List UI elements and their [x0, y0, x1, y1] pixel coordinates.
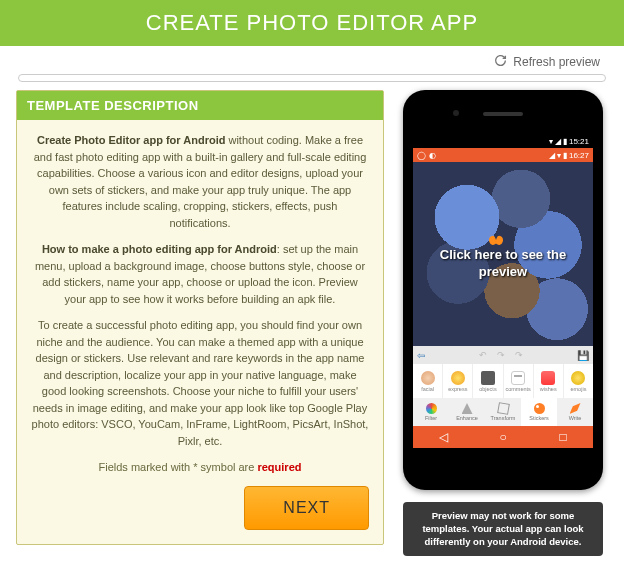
nav-recent-icon[interactable]: □: [556, 430, 570, 444]
app-status-bar: ◯ ◐ ◢ ▾ ▮ 16:27: [413, 148, 593, 162]
comments-icon: [511, 371, 525, 385]
tool-filter[interactable]: Filter: [413, 398, 449, 426]
sticker-category-wishes[interactable]: wishes: [534, 364, 564, 398]
sticker-category-objects[interactable]: objects: [473, 364, 503, 398]
next-button[interactable]: NEXT: [244, 486, 369, 530]
template-description-panel: TEMPLATE DESCRIPTION Create Photo Editor…: [16, 90, 384, 545]
refresh-row: Refresh preview: [0, 46, 624, 74]
category-label: emojis: [570, 386, 586, 392]
tool-stickers[interactable]: Stickers: [521, 398, 557, 426]
tool-label: Enhance: [456, 415, 478, 421]
preview-disclaimer: Preview may not work for some templates.…: [403, 502, 603, 556]
status-time: 15:21: [569, 137, 589, 146]
sticker-category-express[interactable]: express: [443, 364, 473, 398]
undo-icon[interactable]: ↶: [479, 350, 487, 360]
filter-icon: [426, 403, 437, 414]
stickers-icon: [534, 403, 545, 414]
redo-icon[interactable]: ↷: [497, 350, 505, 360]
sticker-category-facial[interactable]: facial: [413, 364, 443, 398]
butterfly-sticker-icon: [489, 236, 503, 246]
refresh-preview-link[interactable]: Refresh preview: [513, 55, 600, 69]
android-nav-bar: ◁ ○ □: [413, 426, 593, 448]
required-note: Fields marked with * symbol are required: [31, 459, 369, 476]
undo-redo-toolbar: ⇦ ↶ ↷ ↷ 💾: [413, 346, 593, 364]
transform-icon: [497, 402, 510, 415]
phone-screen: ▾ ◢ ▮ 15:21 ◯ ◐ ◢ ▾ ▮ 16:27: [413, 134, 593, 448]
refresh-icon[interactable]: [494, 54, 507, 70]
battery-icon: ▮: [563, 137, 567, 146]
tool-transform[interactable]: Transform: [485, 398, 521, 426]
preview-click-overlay[interactable]: Click here to see the preview: [413, 247, 593, 281]
emojis-icon: [571, 371, 585, 385]
wifi-icon: ▾: [557, 151, 561, 160]
progress-bar: [18, 74, 606, 82]
nav-back-icon[interactable]: ◁: [436, 430, 450, 444]
panel-title: TEMPLATE DESCRIPTION: [17, 91, 383, 120]
category-label: facial: [421, 386, 434, 392]
enhance-icon: [462, 403, 473, 414]
category-label: wishes: [540, 386, 557, 392]
phone-speaker: [483, 112, 523, 116]
page-header: CREATE PHOTO EDITOR APP: [0, 0, 624, 46]
app-status-icon: ◐: [429, 151, 436, 160]
sticker-category-emojis[interactable]: emojis: [564, 364, 593, 398]
tool-enhance[interactable]: Enhance: [449, 398, 485, 426]
wishes-icon: [541, 371, 555, 385]
wifi-icon: ▾: [549, 137, 553, 146]
save-disk-icon[interactable]: 💾: [577, 350, 589, 361]
phone-camera-dot: [453, 110, 459, 116]
write-icon: [570, 403, 581, 414]
description-paragraph-3: To create a successful photo editing app…: [31, 317, 369, 449]
tool-write[interactable]: Write: [557, 398, 593, 426]
category-label: express: [448, 386, 467, 392]
status-time-2: 16:27: [569, 151, 589, 160]
express-icon: [451, 371, 465, 385]
description-paragraph-1: Create Photo Editor app for Android with…: [31, 132, 369, 231]
sticker-category-row: facialexpressobjectscommentswishesemojis: [413, 364, 593, 398]
category-label: comments: [505, 386, 530, 392]
sticker-category-comments[interactable]: comments: [504, 364, 534, 398]
back-arrow-icon[interactable]: ⇦: [417, 350, 425, 361]
description-paragraph-2: How to make a photo editing app for Andr…: [31, 241, 369, 307]
category-label: objects: [479, 386, 496, 392]
phone-mockup: ▾ ◢ ▮ 15:21 ◯ ◐ ◢ ▾ ▮ 16:27: [403, 90, 603, 490]
tool-label: Transform: [491, 415, 516, 421]
nav-home-icon[interactable]: ○: [496, 430, 510, 444]
signal-icon: ◢: [549, 151, 555, 160]
tool-label: Write: [569, 415, 582, 421]
battery-icon: ▮: [563, 151, 567, 160]
facial-icon: [421, 371, 435, 385]
objects-icon: [481, 371, 495, 385]
redo-icon[interactable]: ↷: [515, 350, 523, 360]
app-status-icon: ◯: [417, 151, 426, 160]
bottom-tool-row: FilterEnhanceTransformStickersWrite: [413, 398, 593, 426]
signal-icon: ◢: [555, 137, 561, 146]
tool-label: Filter: [425, 415, 437, 421]
android-status-bar: ▾ ◢ ▮ 15:21: [413, 134, 593, 148]
photo-canvas[interactable]: Click here to see the preview: [413, 162, 593, 346]
tool-label: Stickers: [529, 415, 549, 421]
